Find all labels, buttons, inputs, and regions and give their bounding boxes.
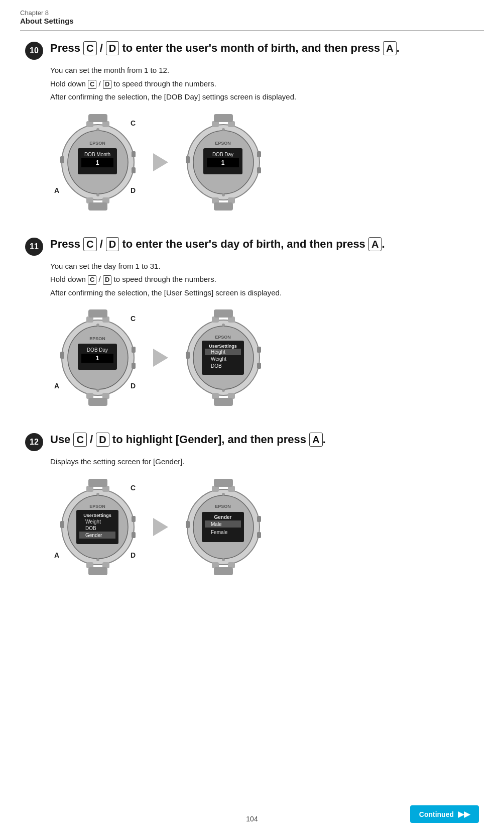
svg-rect-26 <box>257 151 261 157</box>
svg-rect-110 <box>214 567 233 575</box>
step-10: 10 Press C / D to enter the user's month… <box>25 41 479 213</box>
watch-11-left-label-a: A <box>54 382 59 390</box>
key-d: D <box>106 41 119 55</box>
watch-12-left-svg: UserSettings Weight DOB Gender EPSON <box>50 477 146 577</box>
key-d-inline: D <box>103 80 111 89</box>
svg-rect-90 <box>88 479 107 487</box>
svg-rect-33 <box>214 202 233 211</box>
step-12-header: 12 Use C / D to highlight [Gender], and … <box>25 432 479 451</box>
svg-rect-102 <box>186 521 190 528</box>
step-11: 11 Press C / D to enter the user's day o… <box>25 237 479 408</box>
svg-point-52 <box>96 324 99 327</box>
step-10-header: 10 Press C / D to enter the user's month… <box>25 41 479 60</box>
key-a-12: A <box>309 433 322 447</box>
step-10-watches: DOB Month 1 EPSON <box>50 112 479 213</box>
svg-text:DOB Month: DOB Month <box>84 152 110 157</box>
arrow-right-icon-12 <box>153 518 168 536</box>
continued-label: Continued <box>419 810 454 818</box>
watch-12-right-svg: Gender Male Female EPSON <box>176 477 271 577</box>
key-c-inline: C <box>88 80 96 89</box>
svg-rect-109 <box>214 479 233 487</box>
svg-point-16 <box>96 128 99 131</box>
svg-text:EPSON: EPSON <box>89 141 105 146</box>
arrow-right-icon-11 <box>153 349 168 367</box>
key-c-12: C <box>73 433 86 447</box>
svg-rect-84 <box>132 516 136 522</box>
arrow-right-icon <box>153 153 168 171</box>
page-title: About Settings <box>20 17 484 25</box>
svg-rect-83 <box>60 521 64 528</box>
watch-10-left: DOB Month 1 EPSON <box>50 112 146 213</box>
watch-11-left: DOB Day 1 EPSON <box>50 307 146 408</box>
watch-12-left: UserSettings Weight DOB Gender EPSON <box>50 477 146 577</box>
svg-text:Weight: Weight <box>211 356 226 362</box>
key-c-11-inline: C <box>88 275 96 285</box>
step-11-number: 11 <box>25 238 43 256</box>
arrow-12 <box>146 518 176 536</box>
watch-12-right: Gender Male Female EPSON <box>176 477 271 577</box>
key-a: A <box>383 41 396 55</box>
step-11-line3: After confirming the selection, the [Use… <box>50 287 479 299</box>
continued-button[interactable]: Continued ▶▶ <box>410 805 479 823</box>
svg-rect-15 <box>88 202 107 211</box>
watch-10-left-svg: DOB Month 1 EPSON <box>50 112 146 213</box>
svg-point-35 <box>222 193 225 196</box>
content-area: 10 Press C / D to enter the user's month… <box>0 31 504 632</box>
svg-point-53 <box>96 389 99 392</box>
svg-text:Female: Female <box>211 530 228 535</box>
step-12: 12 Use C / D to highlight [Gender], and … <box>25 432 479 577</box>
svg-text:UserSettings: UserSettings <box>83 513 111 518</box>
svg-rect-65 <box>257 363 261 369</box>
svg-rect-64 <box>257 347 261 353</box>
svg-rect-50 <box>88 309 107 318</box>
svg-text:EPSON: EPSON <box>89 504 105 509</box>
step-11-instruction: Press C / D to enter the user's day of b… <box>50 237 385 252</box>
watch-10-left-label-a: A <box>54 186 59 194</box>
watch-10-right: DOB Day 1 EPSON <box>176 112 271 213</box>
svg-rect-71 <box>214 398 233 406</box>
svg-rect-103 <box>257 516 261 522</box>
key-d-11-inline: D <box>103 275 111 285</box>
svg-rect-70 <box>214 309 233 318</box>
arrow-11 <box>146 349 176 367</box>
svg-rect-85 <box>132 532 136 538</box>
key-a-11: A <box>368 237 382 251</box>
svg-text:DOB Day: DOB Day <box>212 152 233 157</box>
svg-point-72 <box>222 324 225 327</box>
svg-rect-45 <box>132 363 136 369</box>
svg-text:EPSON: EPSON <box>215 335 231 340</box>
svg-rect-104 <box>257 532 261 538</box>
svg-text:EPSON: EPSON <box>89 336 105 341</box>
page-header: Chapter 8 About Settings <box>0 0 504 28</box>
svg-text:1: 1 <box>221 159 225 166</box>
step-10-line2: Hold down C / D to speed through the num… <box>50 78 479 90</box>
svg-rect-25 <box>186 156 190 163</box>
arrow-10 <box>146 153 176 171</box>
step-10-line1: You can set the month from 1 to 12. <box>50 65 479 76</box>
step-11-body: You can set the day from 1 to 31. Hold d… <box>50 261 479 408</box>
step-11-header: 11 Press C / D to enter the user's day o… <box>25 237 479 256</box>
step-12-instruction: Use C / D to highlight [Gender], and the… <box>50 432 326 447</box>
svg-text:Height: Height <box>211 349 225 355</box>
svg-rect-27 <box>257 167 261 173</box>
watch-11-left-label-c: C <box>131 315 136 323</box>
watch-12-left-label-c: C <box>131 484 136 492</box>
svg-rect-98 <box>205 520 241 528</box>
svg-rect-44 <box>132 347 136 353</box>
chapter-label: Chapter 8 <box>20 9 484 17</box>
svg-rect-7 <box>60 156 64 163</box>
svg-rect-63 <box>186 352 190 359</box>
svg-text:Male: Male <box>211 521 222 527</box>
step-10-body: You can set the month from 1 to 12. Hold… <box>50 65 479 213</box>
svg-rect-43 <box>60 352 64 359</box>
step-10-line3: After confirming the selection, the [DOB… <box>50 91 479 103</box>
watch-12-left-label-a: A <box>54 551 59 559</box>
key-d-12: D <box>96 433 109 447</box>
svg-text:DOB Day: DOB Day <box>87 347 108 353</box>
svg-rect-8 <box>132 151 136 157</box>
svg-text:EPSON: EPSON <box>215 141 231 146</box>
step-11-line1: You can set the day from 1 to 31. <box>50 261 479 272</box>
watch-10-left-label-c: C <box>131 119 136 127</box>
svg-text:Gender: Gender <box>85 533 102 538</box>
svg-point-93 <box>96 558 99 561</box>
